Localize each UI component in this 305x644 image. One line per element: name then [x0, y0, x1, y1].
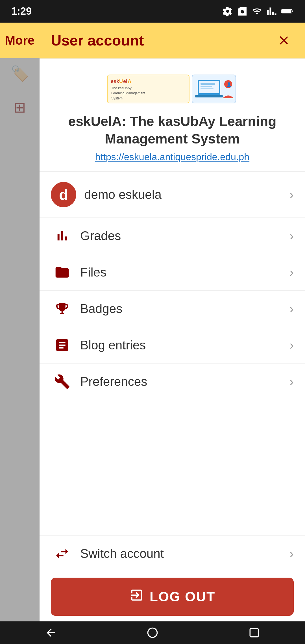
logout-label: LOG OUT — [150, 589, 215, 604]
grades-menu-item[interactable]: Grades › — [40, 218, 305, 254]
user-profile-item[interactable]: d demo eskuela › — [40, 172, 305, 218]
back-button[interactable] — [40, 621, 62, 644]
logout-icon — [129, 588, 144, 606]
badges-chevron: › — [289, 302, 294, 316]
switch-account-item[interactable]: Switch account › — [40, 536, 305, 572]
user-chevron-icon: › — [289, 188, 294, 202]
status-icons — [223, 6, 294, 16]
switch-account-label: Switch account — [73, 547, 289, 561]
blog-icon — [51, 337, 73, 353]
svg-text:esk: esk — [111, 79, 119, 84]
svg-text:U: U — [119, 79, 123, 84]
navigation-bar — [0, 621, 305, 644]
sidebar-overlay — [0, 23, 40, 621]
status-time: 1:29 — [11, 5, 32, 17]
bottom-section: Switch account › LOG OUT — [40, 535, 305, 621]
settings-status-icon — [223, 6, 233, 16]
grades-chevron: › — [289, 229, 294, 243]
svg-rect-16 — [201, 86, 212, 87]
panel-header: User account — [40, 23, 305, 58]
wifi-icon — [252, 6, 262, 16]
svg-rect-14 — [195, 95, 223, 97]
badges-label: Badges — [73, 302, 289, 316]
user-account-panel: User account esk U el A The kasUbAy Lear… — [40, 23, 305, 621]
svg-text:A: A — [128, 79, 131, 84]
logo-container: esk U el A The kasUbAy Learning Manageme… — [104, 72, 240, 106]
files-icon — [51, 264, 73, 280]
battery-icon — [281, 6, 294, 16]
preferences-label: Preferences — [73, 375, 289, 389]
logout-button[interactable]: LOG OUT — [51, 578, 294, 616]
badges-icon — [51, 301, 73, 317]
blog-menu-item[interactable]: Blog entries › — [40, 327, 305, 364]
recents-button[interactable] — [243, 621, 265, 644]
close-button[interactable] — [274, 31, 294, 50]
app-logo: esk U el A The kasUbAy Learning Manageme… — [107, 73, 237, 105]
menu-list: Grades › Files › Badges › — [40, 218, 305, 535]
preferences-icon — [51, 374, 73, 390]
home-button[interactable] — [141, 621, 164, 644]
signal-icon — [267, 6, 277, 16]
svg-rect-1 — [282, 10, 291, 13]
more-label: More — [5, 33, 34, 47]
app-url: https://eskuela.antiquespride.edu.ph — [95, 151, 249, 162]
user-name: demo eskuela — [76, 188, 289, 202]
svg-text:👤: 👤 — [226, 82, 232, 87]
files-label: Files — [73, 265, 289, 279]
badges-menu-item[interactable]: Badges › — [40, 291, 305, 327]
app-logo-section: esk U el A The kasUbAy Learning Manageme… — [40, 58, 305, 172]
blog-label: Blog entries — [73, 338, 289, 352]
svg-rect-17 — [201, 88, 213, 89]
blog-chevron: › — [289, 338, 294, 352]
status-bar: 1:29 — [0, 0, 305, 23]
grades-label: Grades — [73, 229, 289, 243]
files-chevron: › — [289, 265, 294, 279]
app-name: eskUelA: The kasUbAy Learning Management… — [51, 113, 294, 148]
svg-rect-21 — [250, 628, 258, 637]
svg-text:System: System — [111, 96, 123, 100]
more-label-area: More — [0, 23, 40, 58]
sim-icon — [237, 6, 247, 16]
svg-text:The kasUbAy: The kasUbAy — [111, 86, 132, 90]
files-menu-item[interactable]: Files › — [40, 254, 305, 291]
svg-text:Learning Management: Learning Management — [111, 91, 145, 95]
user-avatar: d — [51, 182, 76, 207]
svg-text:el: el — [123, 79, 127, 84]
svg-rect-15 — [201, 83, 215, 85]
menu-spacer — [40, 400, 305, 456]
switch-chevron: › — [289, 547, 294, 561]
preferences-chevron: › — [289, 375, 294, 389]
panel-title: User account — [51, 32, 144, 49]
switch-account-icon — [51, 546, 73, 562]
svg-point-20 — [148, 628, 157, 638]
preferences-menu-item[interactable]: Preferences › — [40, 364, 305, 400]
svg-rect-2 — [292, 10, 293, 12]
grades-icon — [51, 228, 73, 244]
